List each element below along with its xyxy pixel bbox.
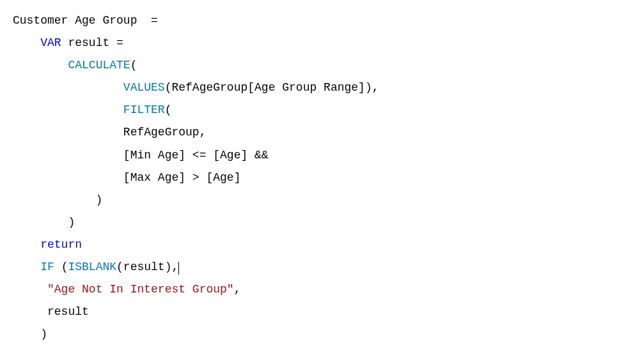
func-filter: FILTER <box>123 103 165 116</box>
func-calculate: CALCULATE <box>68 59 130 72</box>
code-line-2: VAR result = <box>13 32 613 54</box>
func-if: IF <box>40 261 54 273</box>
code-line-3: CALCULATE( <box>13 54 613 77</box>
code-line-5: FILTER( <box>13 99 613 121</box>
code-line-9: ) <box>13 189 613 211</box>
code-line-12: IF (ISBLANK(result), <box>13 256 613 278</box>
func-isblank: ISBLANK <box>68 261 116 273</box>
code-line-13: "Age Not In Interest Group", <box>13 278 613 301</box>
code-line-1: Customer Age Group = <box>13 10 613 32</box>
code-block: Customer Age Group = VAR result = CALCUL… <box>13 10 613 345</box>
code-line-11: return <box>13 234 613 256</box>
code-line-4: VALUES(RefAgeGroup[Age Group Range]), <box>13 77 613 99</box>
code-line-10: ) <box>13 211 613 234</box>
text-cursor <box>178 262 179 275</box>
code-line-15: ) <box>13 323 613 345</box>
code-line-14: result <box>13 301 613 323</box>
code-line-8: [Max Age] > [Age] <box>13 167 613 189</box>
keyword-return: return <box>40 238 82 251</box>
keyword-var: VAR <box>40 36 61 49</box>
func-values: VALUES <box>123 81 165 94</box>
string-literal: "Age Not In Interest Group" <box>47 283 234 296</box>
measure-name: Customer Age Group = <box>13 14 158 27</box>
code-line-6: RefAgeGroup, <box>13 121 613 144</box>
code-line-7: [Min Age] <= [Age] && <box>13 144 613 167</box>
